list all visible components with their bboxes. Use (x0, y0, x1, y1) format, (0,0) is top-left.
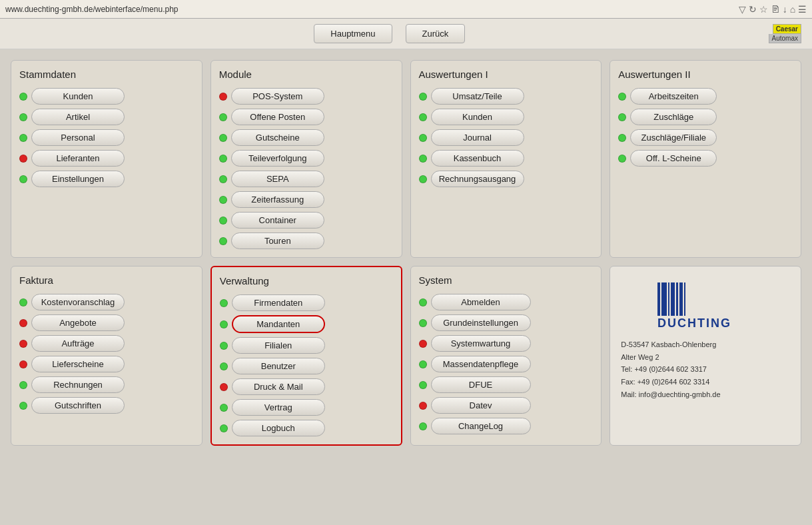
menu-button-firmendaten[interactable]: Firmendaten (232, 294, 325, 311)
menu-button-rechnungen[interactable]: Rechnungen (31, 376, 125, 393)
browser-bar: www.duechting-gmbh.de/webinterface/menu.… (0, 0, 812, 19)
menu-button-personal[interactable]: Personal (31, 129, 125, 146)
menu-button-offene-posten[interactable]: Offene Posten (231, 109, 324, 125)
menu-button-zeiterfassung[interactable]: Zeiterfassung (231, 191, 324, 208)
panel-btn-row: Kunden (19, 88, 194, 105)
status-dot-red (19, 360, 27, 368)
status-dot-green (19, 113, 27, 121)
menu-button-kunden[interactable]: Kunden (431, 109, 524, 125)
menu-button-lieferscheine[interactable]: Lieferscheine (31, 356, 125, 372)
menu-button-changelog[interactable]: ChangeLog (431, 418, 531, 434)
svg-rect-5 (676, 282, 678, 316)
menu-button-logbuch[interactable]: Logbuch (232, 420, 325, 436)
panel-btn-row: Aufträge (19, 335, 194, 352)
browser-url: www.duechting-gmbh.de/webinterface/menu.… (5, 5, 733, 14)
panel-logo: DUCHTING SOFTWARE & CONSULTING GMBH D-53… (609, 266, 801, 446)
svg-rect-1 (657, 282, 660, 316)
menu-button-massendatenpflege[interactable]: Massendatenpflege (431, 356, 531, 372)
panel-stammdaten-buttons: KundenArtikelPersonalLieferantenEinstell… (19, 88, 194, 187)
status-dot-green (419, 422, 427, 430)
zuruck-button[interactable]: Zurück (406, 24, 466, 43)
status-dot-green (19, 381, 27, 389)
menu-button-benutzer[interactable]: Benutzer (232, 358, 325, 374)
panel-btn-row: Umsatz/Teile (419, 88, 594, 105)
status-dot-green (419, 175, 427, 183)
panel-btn-row: ChangeLog (419, 418, 594, 434)
menu-button-grundeinstellungen[interactable]: Grundeinstellungen (431, 314, 531, 331)
status-dot-red (419, 402, 427, 410)
panel-btn-row: Lieferanten (19, 150, 194, 167)
status-dot-green (219, 196, 227, 204)
menu-button-dfue[interactable]: DFUE (431, 376, 531, 393)
menu-button-angebote[interactable]: Angebote (31, 314, 125, 331)
status-dot-green (219, 175, 227, 183)
panel-btn-row: Kostenvoranschlag (19, 294, 194, 310)
company-logo-svg: DUCHTING SOFTWARE & CONSULTING GMBH (652, 277, 759, 330)
menu-button-druck---mail[interactable]: Druck & Mail (232, 378, 325, 395)
menu-button-artikel[interactable]: Artikel (31, 109, 125, 125)
panel-auswertungen2: Auswertungen II ArbeitszeitenZuschlägeZu… (609, 60, 801, 258)
panel-btn-row: Vertrag (220, 399, 393, 416)
panel-btn-row: Kassenbuch (419, 150, 594, 167)
status-dot-red (19, 340, 27, 348)
automax-logo: Automax (769, 34, 801, 43)
panel-btn-row: Rechnungen (19, 376, 194, 393)
panel-btn-row: Zuschläge (618, 109, 793, 125)
status-dot-green (220, 362, 228, 370)
status-dot-green (219, 217, 227, 225)
svg-text:SOFTWARE & CONSULTING GMBH: SOFTWARE & CONSULTING GMBH (657, 330, 743, 330)
status-dot-green (219, 134, 227, 142)
menu-button-kostenvoranschlag[interactable]: Kostenvoranschlag (31, 294, 125, 310)
menu-button-filialen[interactable]: Filialen (232, 337, 325, 354)
menu-button-systemwartung[interactable]: Systemwartung (431, 335, 531, 352)
menu-button-sepa[interactable]: SEPA (231, 171, 324, 187)
status-dot-green (419, 298, 427, 306)
menu-button-gutschriften[interactable]: Gutschriften (31, 397, 125, 414)
menu-button-container[interactable]: Container (231, 212, 324, 229)
panel-btn-row: Artikel (19, 109, 194, 125)
mail: Mail: info@duechting-gmbh.de (621, 388, 720, 401)
menu-button-kunden[interactable]: Kunden (31, 88, 125, 105)
status-dot-green (220, 404, 228, 412)
menu-button-zuschl-ge-filiale[interactable]: Zuschläge/Filiale (630, 129, 717, 146)
panel-module-title: Module (219, 69, 394, 80)
svg-text:DUCHTING: DUCHTING (657, 316, 731, 330)
menu-button-journal[interactable]: Journal (431, 129, 524, 146)
panel-btn-row: Lieferscheine (19, 356, 194, 372)
menu-button-mandanten[interactable]: Mandanten (232, 315, 325, 333)
menu-button-off--l-scheine[interactable]: Off. L-Scheine (630, 150, 717, 167)
menu-button-zuschl-ge[interactable]: Zuschläge (630, 109, 717, 125)
panel-btn-row: Journal (419, 129, 594, 146)
panel-faktura-title: Faktura (19, 274, 194, 286)
menu-button-abmelden[interactable]: Abmelden (431, 294, 531, 310)
menu-button-rechnungsausgang[interactable]: Rechnungsausgang (431, 171, 524, 187)
menu-button-gutscheine[interactable]: Gutscheine (231, 129, 324, 146)
svg-rect-2 (661, 282, 667, 316)
main-content: Stammdaten KundenArtikelPersonalLieferan… (0, 49, 812, 456)
svg-rect-3 (668, 282, 669, 316)
toolbar-center: Hauptmenu Zurück (314, 24, 465, 43)
menu-button-arbeitszeiten[interactable]: Arbeitszeiten (630, 88, 717, 105)
panel-btn-row: Gutschriften (19, 397, 194, 414)
toolbar-logo: Caesar Automax (769, 24, 801, 43)
panel-btn-row: Abmelden (419, 294, 594, 310)
caesar-logo: Caesar (773, 24, 801, 34)
panel-btn-row: Filialen (220, 337, 393, 354)
menu-button-teileverfolgung[interactable]: Teileverfolgung (231, 150, 324, 167)
menu-button-datev[interactable]: Datev (431, 397, 531, 414)
menu-button-touren[interactable]: Touren (231, 233, 324, 249)
menu-button-umsatz-teile[interactable]: Umsatz/Teile (431, 88, 524, 105)
panel-auswertungen2-buttons: ArbeitszeitenZuschlägeZuschläge/FilialeO… (618, 88, 793, 167)
menu-button-kassenbuch[interactable]: Kassenbuch (431, 150, 524, 167)
panel-btn-row: Einstellungen (19, 171, 194, 187)
menu-button-vertrag[interactable]: Vertrag (232, 399, 325, 416)
menu-button-auftr-ge[interactable]: Aufträge (31, 335, 125, 352)
hauptmenu-button[interactable]: Hauptmenu (314, 24, 392, 43)
panel-btn-row: Datev (419, 397, 594, 414)
panel-btn-row: Kunden (419, 109, 594, 125)
menu-button-pos-system[interactable]: POS-System (231, 88, 324, 105)
status-dot-green (220, 342, 228, 350)
panel-verwaltung: Verwaltung FirmendatenMandantenFilialenB… (210, 266, 402, 446)
menu-button-einstellungen[interactable]: Einstellungen (31, 171, 125, 187)
menu-button-lieferanten[interactable]: Lieferanten (31, 150, 125, 167)
